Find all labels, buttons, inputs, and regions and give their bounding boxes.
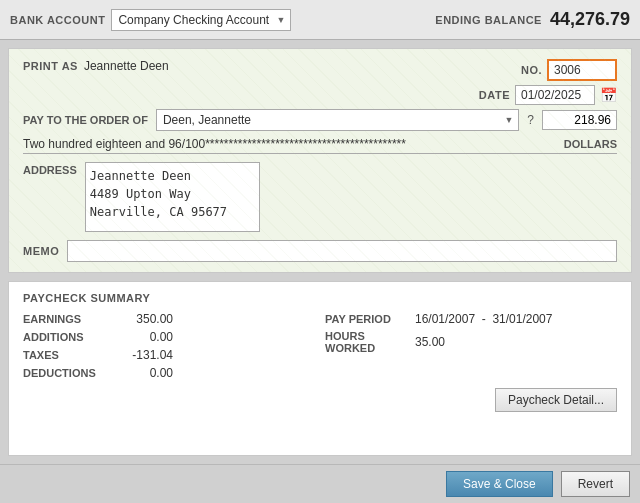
ending-balance-label: ENDING BALANCE (435, 14, 542, 26)
pay-period-dash: - (482, 312, 486, 326)
paycheck-summary: PAYCHECK SUMMARY EARNINGS 350.00 ADDITIO… (8, 281, 632, 456)
check-top-section: PRINT AS Jeannette Deen NO. DATE 📅 (23, 59, 617, 105)
save-close-button[interactable]: Save & Close (446, 471, 553, 497)
memo-input[interactable] (67, 240, 617, 262)
footer-bar: Save & Close Revert (0, 464, 640, 503)
summary-left: EARNINGS 350.00 ADDITIONS 0.00 TAXES -13… (23, 312, 315, 380)
pay-to-select[interactable]: Deen, Jeannette (156, 109, 519, 131)
deductions-value: 0.00 (113, 366, 173, 380)
bank-account-select[interactable]: Company Checking Account (111, 9, 291, 31)
pay-to-select-wrapper[interactable]: Deen, Jeannette (156, 109, 519, 131)
pay-period-end: 31/01/2007 (492, 312, 552, 326)
check-no-input[interactable] (547, 59, 617, 81)
summary-title: PAYCHECK SUMMARY (23, 292, 617, 304)
amount-question: ? (527, 113, 534, 127)
main-container: BANK ACCOUNT Company Checking Account EN… (0, 0, 640, 503)
summary-right: PAY PERIOD 16/01/2007 - 31/01/2007 HOURS… (325, 312, 617, 380)
date-input[interactable] (515, 85, 595, 105)
hours-worked-value: 35.00 (415, 335, 445, 349)
taxes-value: -131.04 (113, 348, 173, 362)
calendar-icon[interactable]: 📅 (600, 87, 617, 103)
address-section: ADDRESS Jeannette Deen 4489 Upton Way Ne… (23, 162, 617, 232)
pay-to-label: PAY TO THE ORDER OF (23, 114, 148, 126)
print-as-section: PRINT AS Jeannette Deen (23, 59, 169, 73)
header-right: ENDING BALANCE 44,276.79 (435, 9, 630, 30)
date-group: DATE 📅 (479, 85, 617, 105)
pay-to-row: PAY TO THE ORDER OF Deen, Jeannette ? (23, 109, 617, 131)
additions-value: 0.00 (113, 330, 173, 344)
check-area: PRINT AS Jeannette Deen NO. DATE 📅 PAY T… (8, 48, 632, 273)
additions-row: ADDITIONS 0.00 (23, 330, 315, 344)
deductions-row: DEDUCTIONS 0.00 (23, 366, 315, 380)
bank-account-select-wrapper[interactable]: Company Checking Account (111, 9, 291, 31)
ending-balance-value: 44,276.79 (550, 9, 630, 30)
earnings-row: EARNINGS 350.00 (23, 312, 315, 326)
taxes-label: TAXES (23, 349, 113, 361)
no-label: NO. (521, 64, 542, 76)
check-no-group: NO. (521, 59, 617, 81)
date-label: DATE (479, 89, 510, 101)
amount-words-row: Two hundred eighteen and 96/100*********… (23, 137, 617, 154)
bank-account-label: BANK ACCOUNT (10, 14, 105, 26)
pay-period-value: 16/01/2007 - 31/01/2007 (415, 312, 552, 326)
memo-row: MEMO (23, 240, 617, 262)
paycheck-detail-button[interactable]: Paycheck Detail... (495, 388, 617, 412)
earnings-label: EARNINGS (23, 313, 113, 325)
dollars-label: DOLLARS (564, 138, 617, 150)
memo-label: MEMO (23, 245, 59, 257)
revert-button[interactable]: Revert (561, 471, 630, 497)
taxes-row: TAXES -131.04 (23, 348, 315, 362)
pay-period-start: 16/01/2007 (415, 312, 475, 326)
address-textarea[interactable]: Jeannette Deen 4489 Upton Way Nearville,… (85, 162, 260, 232)
deductions-label: DEDUCTIONS (23, 367, 113, 379)
pay-period-row: PAY PERIOD 16/01/2007 - 31/01/2007 (325, 312, 617, 326)
additions-label: ADDITIONS (23, 331, 113, 343)
print-as-label: PRINT AS (23, 60, 78, 72)
amount-input[interactable] (542, 110, 617, 130)
check-header-right: NO. DATE 📅 (479, 59, 617, 105)
header-bar: BANK ACCOUNT Company Checking Account EN… (0, 0, 640, 40)
hours-worked-label: HOURS WORKED (325, 330, 415, 354)
summary-grid: EARNINGS 350.00 ADDITIONS 0.00 TAXES -13… (23, 312, 617, 380)
hours-worked-row: HOURS WORKED 35.00 (325, 330, 617, 354)
earnings-value: 350.00 (113, 312, 173, 326)
amount-words: Two hundred eighteen and 96/100*********… (23, 137, 556, 151)
pay-period-label: PAY PERIOD (325, 313, 415, 325)
address-label: ADDRESS (23, 164, 77, 176)
header-left: BANK ACCOUNT Company Checking Account (10, 9, 291, 31)
summary-bottom-row: Paycheck Detail... (23, 388, 617, 412)
print-as-value: Jeannette Deen (84, 59, 169, 73)
